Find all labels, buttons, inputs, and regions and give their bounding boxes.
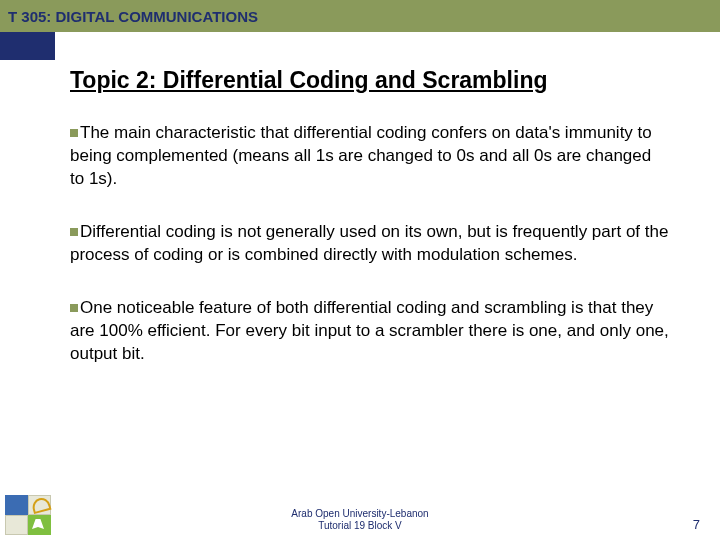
bullet-2: Differential coding is not generally use… xyxy=(70,221,670,267)
footer-text: Arab Open University-Lebanon Tutorial 19… xyxy=(0,508,720,532)
bullet-1-text: The main characteristic that differentia… xyxy=(70,123,652,188)
accent-block xyxy=(0,32,55,60)
course-code: T 305: DIGITAL COMMUNICATIONS xyxy=(8,8,258,25)
bullet-3-text: One noticeable feature of both different… xyxy=(70,298,669,363)
footer-line1: Arab Open University-Lebanon xyxy=(291,508,428,519)
bullet-1: The main characteristic that differentia… xyxy=(70,122,670,191)
topic-title: Topic 2: Differential Coding and Scrambl… xyxy=(70,67,670,94)
bullet-icon xyxy=(70,228,78,236)
slide-content: Topic 2: Differential Coding and Scrambl… xyxy=(55,32,700,500)
bullet-icon xyxy=(70,129,78,137)
page-number: 7 xyxy=(693,517,700,532)
slide-header: T 305: DIGITAL COMMUNICATIONS xyxy=(0,0,720,32)
bullet-2-text: Differential coding is not generally use… xyxy=(70,222,668,264)
footer-line2: Tutorial 19 Block V xyxy=(318,520,402,531)
bullet-3: One noticeable feature of both different… xyxy=(70,297,670,366)
bullet-icon xyxy=(70,304,78,312)
